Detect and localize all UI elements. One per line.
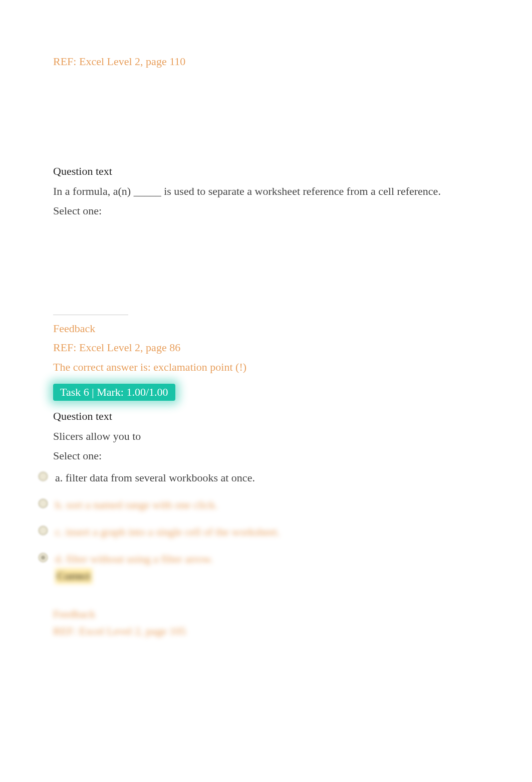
reference-text-fb1: REF: Excel Level 2, page 86 — [53, 339, 444, 356]
option-a-row[interactable]: a. filter data from several workbooks at… — [38, 471, 444, 484]
correct-label: Correct — [55, 569, 92, 584]
reference-text-q1-prev: REF: Excel Level 2, page 110 — [53, 53, 444, 70]
section-divider — [53, 315, 128, 315]
feedback-heading-q2: Feedback — [53, 608, 444, 621]
select-one-q2: Select one: — [53, 449, 444, 462]
question-heading-q2: Question text — [53, 410, 444, 423]
select-one-q1: Select one: — [53, 204, 444, 217]
option-d-text: d. filter without using a filter arrow. — [55, 553, 213, 565]
option-b-text: b. sort a named range with one click. — [55, 498, 217, 511]
radio-icon[interactable] — [38, 526, 48, 536]
correct-answer-q1: The correct answer is: exclamation point… — [53, 361, 444, 374]
option-b-row[interactable]: b. sort a named range with one click. — [38, 498, 444, 511]
radio-icon[interactable] — [38, 498, 48, 508]
question-heading-q1: Question text — [53, 165, 444, 178]
option-d-row[interactable]: d. filter without using a filter arrow. … — [38, 553, 444, 584]
radio-icon-selected[interactable] — [38, 553, 48, 563]
task-mark-badge: Task 6 | Mark: 1.00/1.00 — [53, 384, 175, 401]
question-body-q2: Slicers allow you to — [53, 428, 444, 444]
option-c-text: c. insert a graph into a single cell of … — [55, 526, 280, 538]
reference-text-fb2: REF: Excel Level 2, page 105 — [53, 625, 444, 638]
option-c-row[interactable]: c. insert a graph into a single cell of … — [38, 526, 444, 539]
option-a-text: a. filter data from several workbooks at… — [55, 471, 255, 484]
feedback-heading-q1: Feedback — [53, 322, 444, 335]
radio-icon[interactable] — [38, 471, 48, 481]
question-body-q1: In a formula, a(n) _____ is used to sepa… — [53, 183, 444, 199]
